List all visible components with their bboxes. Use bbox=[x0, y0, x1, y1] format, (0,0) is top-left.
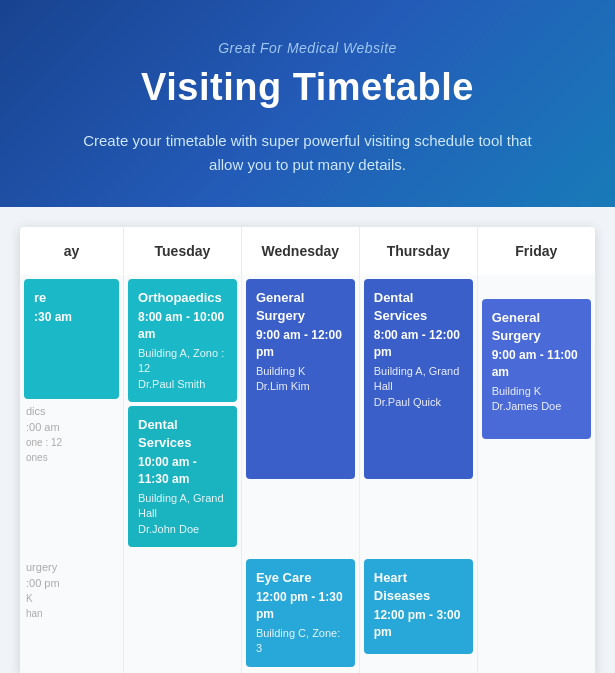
timetable-wrapper: ay Tuesday Wednesday Thursday Friday re … bbox=[20, 227, 595, 673]
cell-monday-1: re :30 am dics :00 am one : 12 ones bbox=[20, 275, 124, 555]
appt-time: 10:00 am - 11:30 am bbox=[138, 454, 227, 488]
appt-dept: General Surgery bbox=[256, 289, 345, 325]
appt-doctor: Dr.Paul Smith bbox=[138, 377, 227, 392]
cell-tuesday-1: Orthopaedics 8:00 am - 10:00 am Building… bbox=[124, 275, 242, 555]
cell-friday-1: General Surgery 9:00 am - 11:00 am Build… bbox=[477, 275, 595, 555]
appt-location: Building A, Grand Hall bbox=[374, 364, 463, 395]
appt-location: Building C, Zone: 3 bbox=[256, 626, 345, 657]
col-header-thursday: Thursday bbox=[359, 227, 477, 275]
timetable: ay Tuesday Wednesday Thursday Friday re … bbox=[20, 227, 595, 673]
appt-time: 12:00 pm - 3:00 pm bbox=[374, 607, 463, 641]
appt-dept-partial: dics bbox=[24, 403, 119, 419]
col-header-monday: ay bbox=[20, 227, 124, 275]
cell-tuesday-2 bbox=[124, 555, 242, 673]
appt-location: Building A, Zono : 12 bbox=[138, 346, 227, 377]
appt-dept: Orthopaedics bbox=[138, 289, 227, 307]
appt-time: 8:00 am - 12:00 pm bbox=[374, 327, 463, 361]
partial-surgery: urgery bbox=[24, 559, 119, 575]
hero-section: Great For Medical Website Visiting Timet… bbox=[0, 0, 615, 207]
appt-time: :30 am bbox=[34, 309, 109, 326]
cell-wednesday-1: General Surgery 9:00 am - 12:00 pm Build… bbox=[241, 275, 359, 555]
appt-time: 9:00 am - 11:00 am bbox=[492, 347, 581, 381]
appointment-monday-eyecare: re :30 am bbox=[24, 279, 119, 399]
appt-dept: Dental Services bbox=[138, 416, 227, 452]
empty-space bbox=[482, 279, 591, 299]
appt-dept: Dental Services bbox=[374, 289, 463, 325]
partial-han: han bbox=[24, 606, 119, 621]
cell-thursday-2: Heart Diseases 12:00 pm - 3:00 pm bbox=[359, 555, 477, 673]
appt-dept: Eye Care bbox=[256, 569, 345, 587]
appointment-wednesday-surgery: General Surgery 9:00 am - 12:00 pm Build… bbox=[246, 279, 355, 479]
col-header-tuesday: Tuesday bbox=[124, 227, 242, 275]
appointment-tuesday-ortho: Orthopaedics 8:00 am - 10:00 am Building… bbox=[128, 279, 237, 402]
appt-time: 8:00 am - 10:00 am bbox=[138, 309, 227, 343]
appt-doctor: Dr.Paul Quick bbox=[374, 395, 463, 410]
cell-thursday-1: Dental Services 8:00 am - 12:00 pm Build… bbox=[359, 275, 477, 555]
appt-zone-partial: one : 12 bbox=[24, 435, 119, 450]
appt-time-partial: :00 am bbox=[24, 419, 119, 435]
appt-doctor: Dr.James Doe bbox=[492, 399, 581, 414]
appt-jones: ones bbox=[24, 450, 119, 465]
partial-k: K bbox=[24, 591, 119, 606]
table-row: re :30 am dics :00 am one : 12 ones Orth… bbox=[20, 275, 595, 555]
appt-doctor: Dr.Lim Kim bbox=[256, 379, 345, 394]
appt-location: Building K bbox=[492, 384, 581, 399]
hero-subtitle: Great For Medical Website bbox=[20, 40, 595, 56]
appt-location: Building A, Grand Hall bbox=[138, 491, 227, 522]
table-section: ay Tuesday Wednesday Thursday Friday re … bbox=[0, 207, 615, 673]
appt-location: Building K bbox=[256, 364, 345, 379]
hero-description: Create your timetable with super powerfu… bbox=[68, 129, 548, 177]
col-header-wednesday: Wednesday bbox=[241, 227, 359, 275]
appt-dept: Heart Diseases bbox=[374, 569, 463, 605]
appointment-thursday-dental: Dental Services 8:00 am - 12:00 pm Build… bbox=[364, 279, 473, 479]
appointment-wednesday-eyecare: Eye Care 12:00 pm - 1:30 pm Building C, … bbox=[246, 559, 355, 667]
table-header-row: ay Tuesday Wednesday Thursday Friday bbox=[20, 227, 595, 275]
appt-time: 9:00 am - 12:00 pm bbox=[256, 327, 345, 361]
appt-dept: re bbox=[34, 289, 109, 307]
appt-dept: General Surgery bbox=[492, 309, 581, 345]
appointment-tuesday-dental: Dental Services 10:00 am - 11:30 am Buil… bbox=[128, 406, 237, 547]
appt-time: 12:00 pm - 1:30 pm bbox=[256, 589, 345, 623]
col-header-friday: Friday bbox=[477, 227, 595, 275]
appt-doctor: Dr.John Doe bbox=[138, 522, 227, 537]
appointment-friday-surgery: General Surgery 9:00 am - 11:00 am Build… bbox=[482, 299, 591, 439]
cell-monday-2: urgery :00 pm K han bbox=[20, 555, 124, 673]
partial-time: :00 pm bbox=[24, 575, 119, 591]
table-row-2: urgery :00 pm K han Eye Care 12:00 pm - … bbox=[20, 555, 595, 673]
appointment-thursday-heart: Heart Diseases 12:00 pm - 3:00 pm bbox=[364, 559, 473, 654]
hero-title: Visiting Timetable bbox=[20, 66, 595, 109]
cell-friday-2 bbox=[477, 555, 595, 673]
cell-wednesday-2: Eye Care 12:00 pm - 1:30 pm Building C, … bbox=[241, 555, 359, 673]
